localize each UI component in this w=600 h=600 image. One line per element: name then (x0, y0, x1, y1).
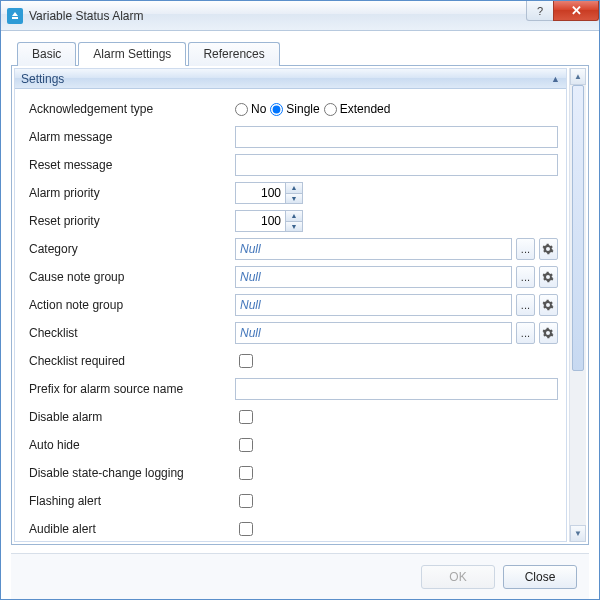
input-reset-priority[interactable] (235, 210, 285, 232)
label-reset-priority: Reset priority (29, 212, 229, 230)
input-reset-message[interactable] (235, 154, 558, 176)
label-reset-message: Reset message (29, 156, 229, 174)
gear-icon[interactable] (539, 322, 558, 344)
input-checklist[interactable] (235, 322, 512, 344)
row-ack-type: Acknowledgement type No Single Extended (29, 95, 558, 123)
label-disable-alarm: Disable alarm (29, 408, 229, 426)
browse-button[interactable]: ... (516, 294, 535, 316)
radio-ack-extended[interactable]: Extended (324, 102, 391, 116)
label-flashing: Flashing alert (29, 492, 229, 510)
input-cause-note[interactable] (235, 266, 512, 288)
label-checklist: Checklist (29, 324, 229, 342)
label-action-note: Action note group (29, 296, 229, 314)
checkbox-flashing[interactable] (239, 494, 253, 508)
label-category: Category (29, 240, 229, 258)
tab-references[interactable]: References (188, 42, 279, 66)
ack-type-radio-group: No Single Extended (235, 102, 558, 116)
browse-button[interactable]: ... (516, 238, 535, 260)
scroll-track[interactable] (570, 85, 586, 525)
label-ack-type: Acknowledgement type (29, 100, 229, 118)
spinner-down-icon[interactable]: ▼ (286, 222, 302, 232)
input-prefix[interactable] (235, 378, 558, 400)
spinner-down-icon[interactable]: ▼ (286, 194, 302, 204)
label-prefix: Prefix for alarm source name (29, 380, 229, 398)
row-prefix: Prefix for alarm source name (29, 375, 558, 403)
spinner-up-icon[interactable]: ▲ (286, 183, 302, 194)
row-reset-priority: Reset priority ▲ ▼ (29, 207, 558, 235)
titlebar: Variable Status Alarm ? ✕ (1, 1, 599, 31)
panel-inner: Settings ▲ Acknowledgement type No Singl… (14, 68, 567, 542)
spinner-up-icon[interactable]: ▲ (286, 211, 302, 222)
input-alarm-priority[interactable] (235, 182, 285, 204)
row-alarm-message: Alarm message (29, 123, 558, 151)
spinner-alarm-priority: ▲ ▼ (235, 182, 307, 204)
row-alarm-priority: Alarm priority ▲ ▼ (29, 179, 558, 207)
checkbox-checklist-required[interactable] (239, 354, 253, 368)
checkbox-disable-logging[interactable] (239, 466, 253, 480)
spinner-reset-priority: ▲ ▼ (235, 210, 307, 232)
label-auto-hide: Auto hide (29, 436, 229, 454)
row-category: Category ... (29, 235, 558, 263)
row-action-note: Action note group ... (29, 291, 558, 319)
gear-icon[interactable] (539, 294, 558, 316)
checkbox-auto-hide[interactable] (239, 438, 253, 452)
close-button[interactable]: Close (503, 565, 577, 589)
checkbox-audible[interactable] (239, 522, 253, 536)
svg-rect-0 (12, 17, 18, 19)
row-disable-alarm: Disable alarm (29, 403, 558, 431)
row-flashing: Flashing alert (29, 487, 558, 515)
browse-button[interactable]: ... (516, 322, 535, 344)
settings-form: Acknowledgement type No Single Extended … (15, 89, 566, 541)
app-icon (7, 8, 23, 24)
client-area: Basic Alarm Settings References Settings… (1, 31, 599, 599)
tab-bar: Basic Alarm Settings References (11, 41, 589, 65)
input-category[interactable] (235, 238, 512, 260)
collapse-icon: ▲ (551, 74, 560, 84)
settings-section-header[interactable]: Settings ▲ (15, 69, 566, 89)
label-cause-note: Cause note group (29, 268, 229, 286)
row-audible: Audible alert (29, 515, 558, 541)
dialog-window: Variable Status Alarm ? ✕ Basic Alarm Se… (0, 0, 600, 600)
scroll-up-icon[interactable]: ▲ (570, 68, 586, 85)
close-window-button[interactable]: ✕ (553, 1, 599, 21)
input-action-note[interactable] (235, 294, 512, 316)
input-alarm-message[interactable] (235, 126, 558, 148)
window-controls: ? ✕ (526, 1, 599, 21)
tab-panel: Settings ▲ Acknowledgement type No Singl… (11, 65, 589, 545)
gear-icon[interactable] (539, 266, 558, 288)
row-auto-hide: Auto hide (29, 431, 558, 459)
tab-alarm-settings[interactable]: Alarm Settings (78, 42, 186, 66)
ok-button[interactable]: OK (421, 565, 495, 589)
row-checklist-required: Checklist required (29, 347, 558, 375)
scroll-thumb[interactable] (572, 85, 584, 371)
settings-section-title: Settings (21, 72, 64, 86)
row-disable-logging: Disable state-change logging (29, 459, 558, 487)
dialog-footer: OK Close (11, 553, 589, 599)
vertical-scrollbar[interactable]: ▲ ▼ (569, 68, 586, 542)
radio-ack-single[interactable]: Single (270, 102, 319, 116)
label-checklist-required: Checklist required (29, 352, 229, 370)
row-reset-message: Reset message (29, 151, 558, 179)
label-alarm-message: Alarm message (29, 128, 229, 146)
radio-ack-no[interactable]: No (235, 102, 266, 116)
browse-button[interactable]: ... (516, 266, 535, 288)
scroll-down-icon[interactable]: ▼ (570, 525, 586, 542)
row-cause-note: Cause note group ... (29, 263, 558, 291)
help-button[interactable]: ? (526, 1, 554, 21)
checkbox-disable-alarm[interactable] (239, 410, 253, 424)
label-alarm-priority: Alarm priority (29, 184, 229, 202)
tab-basic[interactable]: Basic (17, 42, 76, 66)
row-checklist: Checklist ... (29, 319, 558, 347)
label-disable-logging: Disable state-change logging (29, 464, 229, 482)
label-audible: Audible alert (29, 520, 229, 538)
window-title: Variable Status Alarm (29, 9, 144, 23)
gear-icon[interactable] (539, 238, 558, 260)
